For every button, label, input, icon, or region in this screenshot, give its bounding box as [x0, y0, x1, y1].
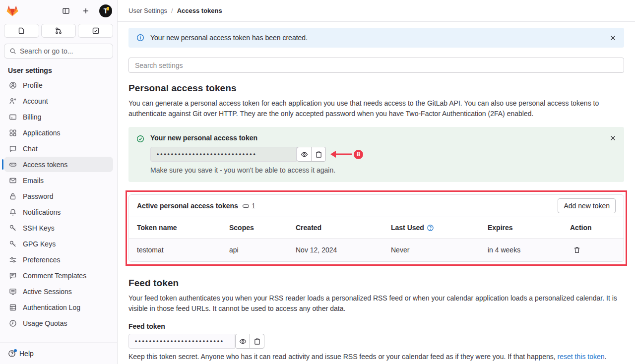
user-avatar[interactable]: T [99, 4, 112, 17]
sidebar-item-chat[interactable]: Chat [4, 141, 113, 156]
trash-icon [573, 246, 581, 254]
active-tokens-card: Active personal access tokens 1 Add new … [128, 194, 624, 262]
copy-token-clipboard-button[interactable] [311, 147, 326, 162]
sidebar-item-password[interactable]: Password [4, 188, 113, 204]
info-alert-text: Your new personal access token has been … [150, 34, 308, 42]
sidebar-section-title: User settings [0, 59, 117, 77]
gitlab-logo-icon[interactable] [6, 4, 19, 17]
clipboard-icon [254, 338, 261, 345]
sidebar-item-profile[interactable]: Profile [4, 77, 113, 93]
sliders-icon [9, 256, 17, 264]
help-question-icon [8, 350, 16, 358]
success-alert: Your new personal access token •••••••••… [128, 127, 624, 182]
profile-icon [9, 81, 17, 89]
cell-last-used: Never [391, 246, 488, 254]
search-icon [9, 48, 16, 55]
sidebar-toggle-icon[interactable] [60, 4, 72, 17]
billing-icon [9, 113, 17, 121]
breadcrumb-access-tokens: Access tokens [177, 7, 222, 14]
reveal-feed-token-eye-button[interactable] [235, 334, 250, 349]
sidebar-item-account[interactable]: Account [4, 93, 113, 109]
issues-shortcut-button[interactable] [4, 24, 39, 38]
monitor-icon [9, 288, 17, 296]
search-or-go-to-input[interactable]: Search or go to... [4, 44, 113, 59]
token-icon [9, 161, 17, 169]
copy-feed-token-clipboard-button[interactable] [250, 334, 264, 349]
success-alert-title: Your new personal access token [150, 134, 610, 142]
sidebar-item-notifications[interactable]: Notifications [4, 204, 113, 220]
reset-token-link[interactable]: reset this token [558, 353, 605, 361]
eye-icon [239, 338, 247, 345]
sidebar-shortcuts [0, 22, 117, 38]
info-icon [136, 34, 144, 42]
tokens-table-header: Token name Scopes Created Last Used Expi… [129, 217, 624, 239]
eye-icon [301, 151, 308, 158]
sidebar-item-billing[interactable]: Billing [4, 109, 113, 124]
sidebar: T Search or go to... User settings [0, 0, 118, 364]
content: Your new personal access token has been … [118, 22, 635, 364]
feed-token-description: Your feed token authenticates you when y… [128, 293, 624, 314]
sidebar-item-emails[interactable]: Emails [4, 173, 113, 188]
cell-created: Nov 12, 2024 [296, 246, 391, 254]
sidebar-item-access-tokens[interactable]: Access tokens [4, 157, 113, 172]
token-count: 1 [242, 202, 255, 210]
page-title: Personal access tokens [128, 83, 624, 94]
sidebar-item-authentication-log[interactable]: Authentication Log [4, 300, 113, 315]
annotation-rectangle: Active personal access tokens 1 Add new … [126, 190, 627, 266]
chat-icon [9, 145, 17, 153]
breadcrumb-user-settings[interactable]: User Settings [128, 7, 167, 14]
email-icon [9, 177, 17, 184]
token-count-icon [242, 202, 250, 210]
applications-icon [9, 129, 17, 137]
sidebar-item-active-sessions[interactable]: Active Sessions [4, 284, 113, 299]
add-new-token-button[interactable]: Add new token [558, 198, 616, 213]
table-row: testomat api Nov 12, 2024 Never in 4 wee… [129, 239, 624, 261]
lock-icon [9, 192, 17, 200]
revoke-token-trash-button[interactable] [570, 245, 616, 255]
avatar-accent [107, 7, 109, 10]
feed-token-heading: Feed token [128, 278, 624, 289]
sidebar-item-ssh-keys[interactable]: SSH Keys [4, 220, 113, 236]
help-notification-dot [14, 349, 17, 352]
active-tokens-title: Active personal access tokens [137, 202, 238, 210]
key-icon [9, 240, 17, 248]
clipboard-icon [315, 151, 322, 158]
help-label: Help [19, 350, 34, 358]
sidebar-item-gpg-keys[interactable]: GPG Keys [4, 236, 113, 251]
info-alert: Your new personal access token has been … [128, 28, 624, 48]
todo-list-shortcut-button[interactable] [78, 24, 113, 38]
sidebar-search-placeholder: Search or go to... [20, 47, 73, 55]
account-icon [9, 97, 17, 105]
sidebar-item-usage-quotas[interactable]: Usage Quotas [4, 315, 113, 331]
last-used-help-icon[interactable] [427, 224, 434, 232]
create-new-plus-icon[interactable] [79, 4, 92, 17]
token-count-value: 1 [252, 202, 255, 210]
feed-token-label: Feed token [128, 322, 624, 330]
annotation-step-badge: 8 [354, 150, 363, 159]
gauge-icon [9, 319, 17, 327]
help-button[interactable]: Help [0, 342, 117, 364]
comment-icon [9, 272, 17, 280]
sidebar-item-comment-templates[interactable]: Comment Templates [4, 268, 113, 283]
reveal-token-eye-button[interactable] [297, 147, 312, 162]
key-icon [9, 224, 17, 232]
bell-icon [9, 208, 17, 216]
info-alert-close-icon[interactable] [610, 35, 616, 41]
sidebar-nav: Profile Account Billing Applications Cha… [0, 77, 117, 342]
success-alert-note: Make sure you save it - you won't be abl… [150, 166, 610, 174]
sidebar-item-preferences[interactable]: Preferences [4, 252, 113, 267]
merge-requests-shortcut-button[interactable] [41, 24, 76, 38]
breadcrumb-separator: / [171, 7, 173, 14]
feed-token-masked-field[interactable]: ••••••••••••••••••••••••• [128, 334, 235, 349]
cell-scopes: api [229, 246, 296, 254]
search-settings-input[interactable] [128, 58, 624, 73]
check-circle-icon [136, 135, 144, 143]
cell-token-name: testomat [137, 246, 229, 254]
annotation-arrow [329, 150, 353, 159]
new-token-masked-field[interactable]: •••••••••••••••••••••••••••• [150, 147, 297, 162]
feed-token-helper: Keep this token secret. Anyone who has i… [128, 353, 624, 361]
breadcrumb: User Settings / Access tokens [118, 0, 635, 22]
main-area: User Settings / Access tokens Your new p… [118, 0, 635, 364]
success-alert-close-icon[interactable] [610, 135, 616, 141]
sidebar-item-applications[interactable]: Applications [4, 125, 113, 140]
